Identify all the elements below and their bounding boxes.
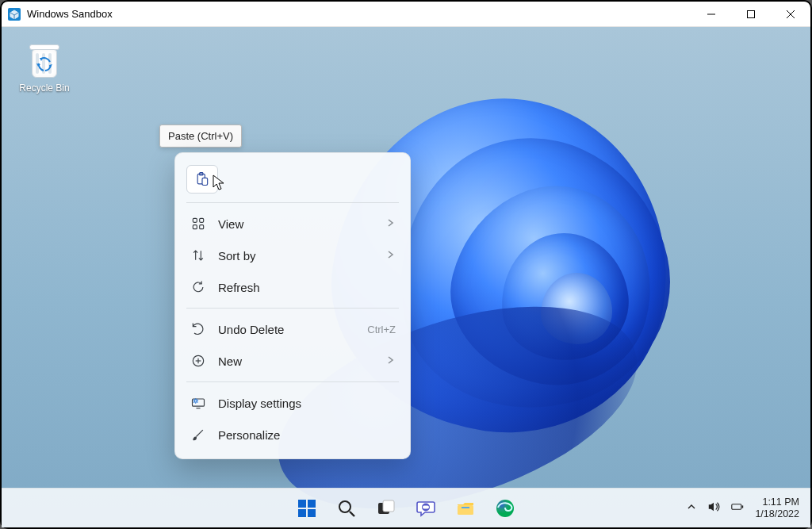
system-tray: 1:11 PM 1/18/2022 (687, 489, 799, 527)
svg-rect-24 (383, 500, 394, 512)
menu-label: Sort by (218, 249, 385, 263)
svg-rect-19 (298, 509, 306, 517)
svg-rect-8 (200, 218, 204, 222)
svg-point-16 (194, 400, 197, 402)
svg-rect-28 (462, 507, 469, 508)
svg-rect-18 (308, 500, 316, 508)
clock-date: 1/18/2022 (755, 508, 799, 520)
svg-line-22 (350, 512, 354, 516)
desktop[interactable]: Recycle Bin Paste (Ctrl+V) View Sort by (2, 27, 810, 527)
svg-rect-27 (458, 505, 473, 515)
menu-label: New (218, 355, 385, 368)
svg-point-21 (339, 501, 350, 512)
volume-icon[interactable] (707, 500, 720, 516)
svg-rect-31 (742, 505, 744, 508)
task-view-button[interactable] (370, 493, 403, 524)
taskbar: 1:11 PM 1/18/2022 (2, 488, 810, 527)
close-button[interactable] (771, 2, 810, 26)
menu-label: Display settings (218, 397, 396, 410)
search-button[interactable] (330, 493, 363, 524)
window-title: Windows Sandbox (27, 8, 113, 20)
maximize-button[interactable] (731, 2, 771, 26)
svg-rect-10 (200, 225, 204, 229)
trash-icon (27, 41, 62, 79)
menu-item-sort-by[interactable]: Sort by (178, 240, 407, 271)
minimize-button[interactable] (691, 2, 731, 26)
chevron-right-icon (385, 355, 396, 368)
sandbox-window: Windows Sandbox Recycle Bin Paste (Ctrl+… (0, 0, 812, 529)
window-controls (691, 2, 810, 26)
menu-label: Personalize (218, 428, 396, 442)
menu-item-refresh[interactable]: Refresh (178, 271, 407, 303)
menu-separator (186, 381, 399, 382)
titlebar: Windows Sandbox (2, 2, 810, 27)
brush-icon (190, 426, 207, 443)
svg-rect-17 (298, 500, 306, 508)
paste-tooltip: Paste (Ctrl+V) (159, 125, 242, 148)
sort-icon (190, 247, 207, 264)
clock-time: 1:11 PM (755, 496, 799, 508)
battery-icon[interactable] (731, 500, 744, 516)
start-button[interactable] (290, 493, 324, 524)
recycle-bin-icon[interactable]: Recycle Bin (11, 41, 78, 94)
recycle-bin-label: Recycle Bin (11, 82, 78, 94)
svg-rect-9 (193, 225, 197, 229)
svg-rect-30 (732, 504, 741, 509)
menu-item-display-settings[interactable]: Display settings (178, 387, 407, 419)
menu-item-undo-delete[interactable]: Undo Delete Ctrl+Z (178, 313, 407, 345)
menu-shortcut: Ctrl+Z (367, 324, 396, 335)
chevron-right-icon (385, 249, 396, 263)
menu-separator (186, 202, 399, 203)
refresh-icon (190, 278, 207, 296)
edge-button[interactable] (488, 493, 522, 524)
svg-rect-7 (193, 218, 197, 222)
display-settings-icon (190, 394, 207, 412)
mouse-cursor (213, 174, 227, 192)
menu-item-view[interactable]: View (178, 208, 407, 240)
sandbox-app-icon (8, 8, 21, 21)
svg-rect-6 (202, 178, 208, 185)
menu-item-new[interactable]: New (178, 345, 407, 377)
svg-rect-26 (423, 505, 429, 508)
tray-overflow-button[interactable] (687, 502, 696, 514)
taskbar-clock[interactable]: 1:11 PM 1/18/2022 (755, 496, 799, 520)
chevron-right-icon (385, 217, 396, 231)
undo-icon (190, 320, 207, 338)
menu-label: Undo Delete (218, 323, 367, 336)
grid-icon (190, 215, 207, 232)
taskbar-center (290, 493, 522, 524)
menu-label: Refresh (218, 281, 396, 294)
menu-label: View (218, 217, 385, 231)
svg-rect-20 (308, 509, 316, 517)
file-explorer-button[interactable] (449, 493, 482, 524)
desktop-context-menu: View Sort by Refresh Undo Delete Ctrl+Z (174, 152, 411, 459)
plus-circle-icon (190, 352, 207, 370)
svg-rect-1 (748, 10, 755, 17)
menu-separator (186, 308, 399, 309)
chat-button[interactable] (409, 493, 442, 524)
menu-item-personalize[interactable]: Personalize (178, 419, 407, 450)
